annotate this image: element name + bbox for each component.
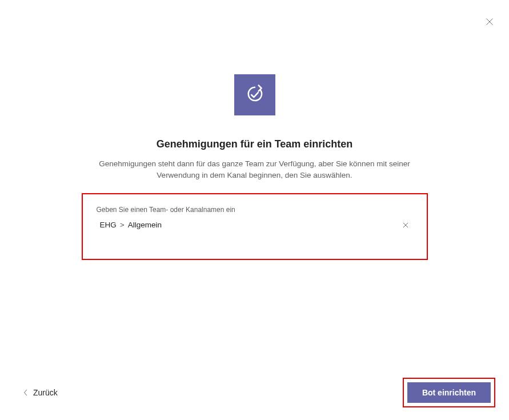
dialog-content: Genehmigungen für ein Team einrichten Ge…: [0, 0, 509, 260]
channel-field-label: Geben Sie einen Team- oder Kanalnamen ei…: [97, 206, 413, 214]
selected-team-name: EHG: [100, 221, 117, 229]
clear-selection-icon[interactable]: [402, 221, 410, 229]
back-button[interactable]: Zurück: [23, 388, 58, 397]
dialog-footer: Zurück Bot einrichten: [0, 378, 509, 407]
app-tile-icon: [234, 74, 275, 115]
breadcrumb-separator: >: [120, 221, 125, 229]
close-icon[interactable]: [485, 17, 494, 26]
selected-channel-text: EHG > Allgemein: [100, 221, 162, 229]
selected-channel-name: Allgemein: [128, 221, 162, 229]
dialog-title: Genehmigungen für ein Team einrichten: [157, 138, 353, 150]
channel-selection-box: Geben Sie einen Team- oder Kanalnamen ei…: [82, 193, 428, 260]
selected-channel-row[interactable]: EHG > Allgemein: [97, 221, 413, 229]
bot-setup-button[interactable]: Bot einrichten: [407, 382, 491, 403]
chevron-left-icon: [23, 389, 29, 397]
back-button-label: Zurück: [33, 388, 58, 397]
dialog-subtitle: Genehmigungen steht dann für das ganze T…: [83, 158, 426, 181]
primary-button-highlight: Bot einrichten: [403, 378, 495, 407]
